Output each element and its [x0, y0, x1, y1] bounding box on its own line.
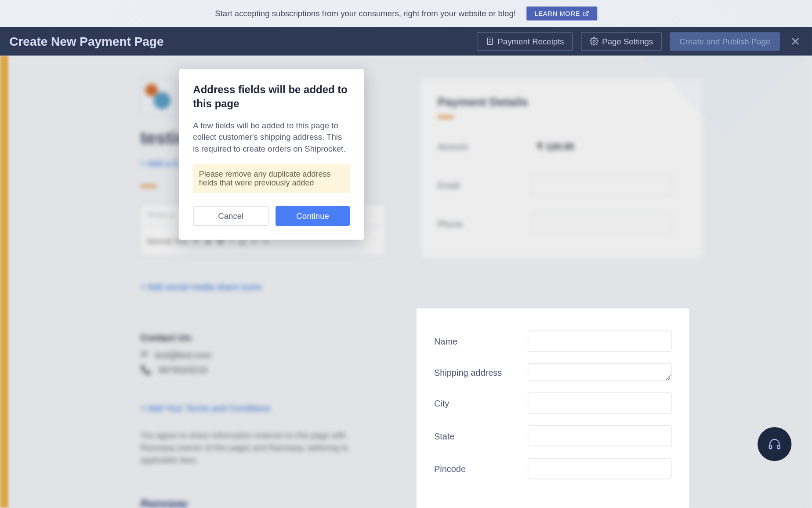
external-link-icon [582, 10, 589, 17]
email-icon: ✉ [141, 349, 148, 360]
publish-button[interactable]: Create and Publish Page [670, 32, 780, 51]
name-input[interactable] [528, 330, 672, 352]
shipping-address-input[interactable] [528, 363, 672, 381]
pincode-input[interactable] [528, 458, 672, 479]
address-panel: Name Shipping address City State Pincode [417, 308, 689, 508]
svg-rect-2 [769, 445, 772, 449]
divider [141, 185, 157, 187]
backdrop-content: testin + Add a D Enter p Normal Text ▾AB… [0, 55, 812, 508]
accent-bar [0, 55, 8, 508]
payment-details-heading: Payment Details [438, 95, 686, 109]
logo [141, 79, 177, 116]
promo-banner: Start accepting subscriptions from your … [0, 0, 812, 27]
cancel-button[interactable]: Cancel [193, 206, 268, 226]
promo-learn-more-button[interactable]: LEARN MORE [526, 7, 597, 21]
page-settings-button[interactable]: Page Settings [581, 32, 662, 51]
shipping-address-label: Shipping address [434, 367, 528, 377]
pincode-label: Pincode [434, 464, 528, 474]
close-icon: ✕ [790, 35, 801, 47]
close-button[interactable]: ✕ [788, 32, 802, 51]
state-label: State [434, 431, 528, 441]
add-social-link: + Add social media share icons [141, 282, 386, 292]
receipt-icon [485, 37, 494, 46]
divider [438, 116, 454, 118]
page-title: Create New Payment Page [9, 34, 163, 48]
svg-rect-3 [777, 445, 779, 449]
support-fab[interactable] [758, 427, 791, 461]
phone-icon: 📞 [141, 364, 152, 375]
contact-heading: Contact Us: [141, 333, 386, 344]
header-bar: Create New Payment Page Payment Receipts… [0, 27, 812, 55]
modal-note: Please remove any duplicate address fiel… [193, 164, 350, 193]
brand-label: Razorpay [141, 498, 386, 508]
promo-text: Start accepting subscriptions from your … [215, 9, 516, 18]
continue-button[interactable]: Continue [276, 206, 350, 226]
modal-title: Address fields will be added to this pag… [193, 83, 350, 111]
confirmation-modal: Address fields will be added to this pag… [179, 69, 364, 240]
agree-text: You agree to share information entered o… [141, 429, 363, 466]
gear-icon [590, 37, 598, 46]
city-input[interactable] [528, 392, 672, 414]
modal-body: A few fields will be added to this page … [193, 119, 350, 155]
terms-link: + Add Your Terms and Conditions [141, 403, 386, 413]
city-label: City [434, 398, 528, 408]
name-label: Name [434, 336, 528, 346]
state-input[interactable] [528, 425, 672, 446]
svg-point-1 [593, 40, 595, 42]
headset-icon [768, 437, 782, 451]
payment-receipts-button[interactable]: Payment Receipts [476, 32, 573, 51]
